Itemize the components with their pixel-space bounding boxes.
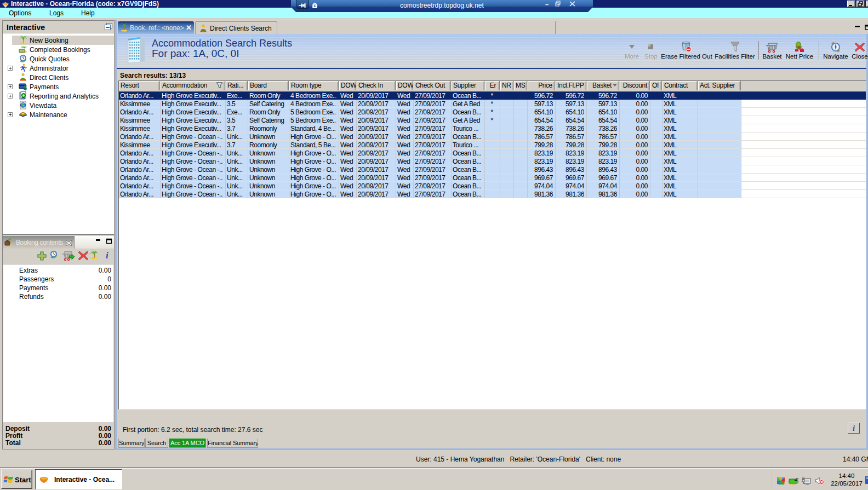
svg-text:$: $ [24, 84, 27, 91]
